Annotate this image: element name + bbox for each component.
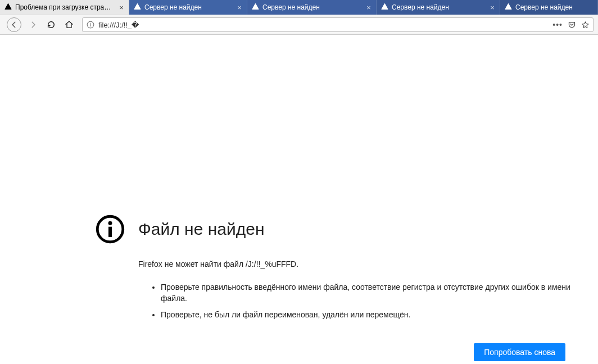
svg-rect-8	[508, 6, 509, 7]
tab-label: Сервер не найден	[262, 3, 361, 11]
reload-button[interactable]	[45, 19, 57, 31]
error-suggestion-item: Проверьте правильность введённого имени …	[161, 282, 571, 304]
warning-icon	[4, 3, 12, 12]
svg-rect-1	[8, 8, 8, 8]
tab-4[interactable]: Сервер не найден	[500, 0, 598, 15]
error-description: Firefox не может найти файл /J:/!!_%uFFF…	[138, 260, 571, 269]
error-title: Файл не найден	[138, 220, 264, 239]
warning-icon	[381, 3, 388, 12]
svg-rect-15	[108, 227, 112, 237]
url-bar[interactable]: •••	[82, 17, 594, 32]
tab-label: Сервер не найден	[392, 3, 485, 11]
svg-rect-6	[384, 6, 385, 7]
error-page: Файл не найден Firefox не может найти фа…	[96, 215, 579, 361]
svg-rect-12	[90, 24, 90, 26]
tab-0[interactable]: Проблема при загрузке страниц×	[0, 0, 129, 15]
svg-rect-2	[137, 6, 138, 7]
bookmark-star-icon[interactable]	[581, 20, 590, 29]
tab-label: Сервер не найден	[515, 3, 594, 11]
url-input[interactable]	[98, 21, 549, 29]
svg-rect-3	[137, 8, 138, 8]
page-content: Файл не найден Firefox не может найти фа…	[0, 35, 598, 364]
warning-icon	[252, 3, 259, 12]
home-button[interactable]	[63, 19, 75, 31]
close-icon[interactable]: ×	[235, 3, 243, 11]
error-suggestions: Проверьте правильность введённого имени …	[138, 282, 571, 321]
back-button[interactable]	[7, 17, 21, 32]
svg-point-14	[108, 221, 112, 225]
tab-label: Сервер не найден	[144, 3, 232, 11]
tab-1[interactable]: Сервер не найден×	[129, 0, 247, 15]
urlbar-actions: •••	[552, 20, 590, 29]
warning-icon	[505, 3, 512, 12]
error-suggestion-item: Проверьте, не был ли файл переименован, …	[161, 310, 571, 321]
tab-3[interactable]: Сервер не найден×	[377, 0, 500, 15]
svg-rect-9	[508, 8, 509, 8]
close-icon[interactable]: ×	[117, 3, 125, 11]
tab-bar: Проблема при загрузке страниц×Сервер не …	[0, 0, 598, 15]
close-icon[interactable]: ×	[365, 3, 373, 11]
svg-rect-0	[8, 6, 8, 7]
svg-rect-5	[255, 8, 256, 8]
pocket-icon[interactable]	[567, 20, 576, 29]
tab-label: Проблема при загрузке страниц	[15, 3, 114, 11]
tab-2[interactable]: Сервер не найден×	[247, 0, 377, 15]
info-icon	[96, 215, 125, 244]
close-icon[interactable]: ×	[488, 3, 496, 11]
svg-rect-7	[384, 8, 385, 8]
forward-button[interactable]	[27, 19, 39, 31]
svg-rect-4	[255, 6, 256, 7]
warning-icon	[134, 3, 141, 12]
toolbar: •••	[0, 15, 598, 35]
retry-button[interactable]: Попробовать снова	[474, 343, 565, 361]
svg-point-11	[90, 23, 91, 24]
site-info-icon[interactable]	[86, 20, 95, 29]
nav-buttons	[4, 17, 78, 32]
page-actions-icon[interactable]: •••	[552, 20, 563, 29]
